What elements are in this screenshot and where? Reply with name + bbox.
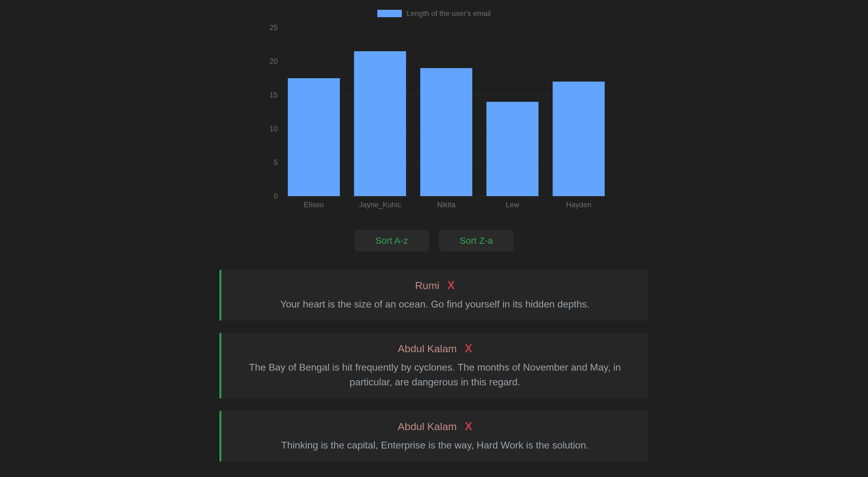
bar[interactable] [288, 78, 340, 196]
quote-card: Abdul KalamXThinking is the capital, Ent… [219, 411, 649, 462]
sort-asc-button[interactable]: Sort A-z [354, 230, 429, 251]
y-tick: 5 [238, 158, 278, 167]
quote-header: Abdul KalamX [240, 342, 630, 355]
quote-header: Abdul KalamX [240, 420, 630, 433]
legend-swatch [377, 10, 402, 17]
chart-legend: Length of the user's email [238, 9, 630, 18]
quote-author: Abdul Kalam [398, 343, 457, 355]
bar[interactable] [420, 68, 472, 196]
chart-x-axis: EliseoJayne_KuhicNikitaLewHayden [281, 201, 612, 211]
x-label: Jayne_Kuhic [347, 201, 413, 211]
quote-author: Abdul Kalam [398, 421, 457, 433]
close-icon[interactable]: X [465, 420, 472, 433]
y-tick: 15 [238, 91, 278, 99]
x-label: Eliseo [281, 201, 347, 211]
y-tick: 0 [238, 192, 278, 201]
chart-y-axis: 0510152025 [238, 28, 278, 196]
x-label: Lew [479, 201, 546, 211]
sort-desc-button[interactable]: Sort Z-a [439, 230, 514, 251]
email-length-chart: Length of the user's email 0510152025 El… [238, 9, 630, 218]
quote-author: Rumi [415, 279, 439, 292]
page-root: Length of the user's email 0510152025 El… [0, 0, 868, 477]
quote-text: Your heart is the size of an ocean. Go f… [240, 297, 630, 311]
quote-card: RumiXYour heart is the size of an ocean.… [219, 270, 649, 321]
y-tick: 25 [238, 23, 278, 32]
bar[interactable] [487, 102, 538, 196]
y-tick: 20 [238, 57, 278, 66]
close-icon[interactable]: X [465, 342, 472, 355]
chart-plot-area [281, 28, 612, 196]
x-label: Hayden [546, 201, 612, 211]
y-tick: 10 [238, 124, 278, 133]
quote-header: RumiX [240, 279, 630, 292]
quotes-list: RumiXYour heart is the size of an ocean.… [219, 270, 649, 462]
close-icon[interactable]: X [447, 279, 455, 292]
sort-button-row: Sort A-z Sort Z-a [354, 230, 514, 251]
bar[interactable] [354, 51, 406, 196]
legend-label: Length of the user's email [407, 9, 491, 18]
quote-text: Thinking is the capital, Enterprise is t… [240, 438, 630, 452]
quote-text: The Bay of Bengal is hit frequently by c… [240, 360, 630, 389]
quote-card: Abdul KalamXThe Bay of Bengal is hit fre… [219, 333, 649, 398]
bar[interactable] [553, 82, 605, 196]
x-label: Nikita [413, 201, 479, 211]
